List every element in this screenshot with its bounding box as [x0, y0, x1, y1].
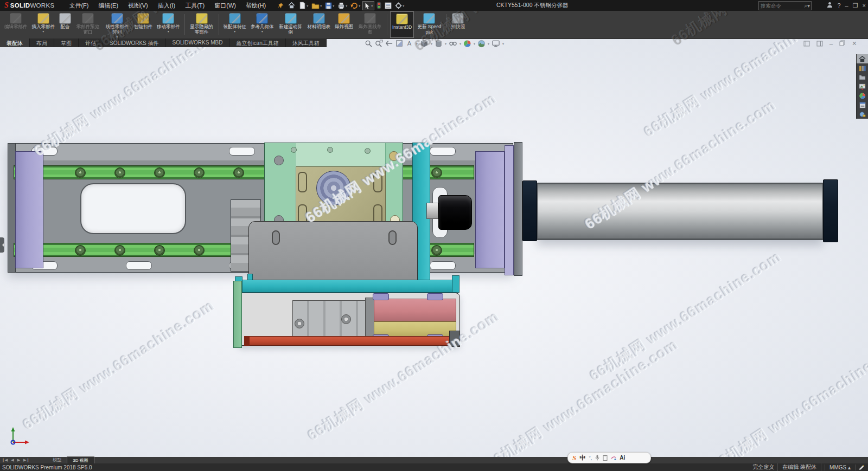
ribbon-button[interactable]: 线性零部件阵列 ▾: [103, 11, 131, 38]
ime-clipboard-icon[interactable]: [603, 455, 608, 461]
solidworks-forum-icon[interactable]: [857, 109, 868, 119]
model-view-tab[interactable]: 3D 视图: [67, 456, 94, 464]
dropdown-arrow-icon[interactable]: ▾: [116, 36, 118, 38]
dropdown-arrow-icon[interactable]: ▾: [416, 42, 418, 46]
solidworks-resources-icon[interactable]: [857, 54, 868, 63]
help-icon[interactable]: ?: [837, 2, 840, 9]
dropdown-arrow-icon[interactable]: ▾: [431, 42, 432, 46]
feature-panel-collapse-tab[interactable]: [0, 237, 4, 253]
doc-restore-icon[interactable]: [839, 40, 845, 47]
cylinder-tube[interactable]: [537, 183, 823, 240]
zoom-to-fit-icon[interactable]: [365, 40, 373, 48]
dropdown-arrow-icon[interactable]: ▾: [474, 42, 475, 46]
zoom-to-area-icon[interactable]: [375, 40, 383, 48]
orientation-triad[interactable]: [9, 426, 30, 447]
green-side-plate[interactable]: [233, 281, 242, 348]
search-input[interactable]: [759, 3, 804, 9]
teal-base-plate[interactable]: [235, 280, 459, 293]
annotation-view-icon[interactable]: A: [406, 40, 414, 48]
bracket-gray-plate[interactable]: [514, 142, 522, 276]
apply-scene-icon[interactable]: [477, 40, 486, 48]
doc-close-icon[interactable]: ✕: [852, 40, 857, 47]
ribbon-button[interactable]: Instant3D: [390, 11, 414, 38]
ribbon-tab[interactable]: 布局: [30, 38, 54, 47]
ime-mic-icon[interactable]: [595, 455, 599, 461]
motor-shaft[interactable]: [426, 203, 438, 219]
input-method-bar[interactable]: S 中 °, Ai: [567, 452, 651, 463]
ime-mode-chinese[interactable]: 中: [579, 454, 585, 462]
ribbon-button[interactable]: 编辑零部件: [3, 11, 29, 38]
custom-properties-icon[interactable]: [857, 100, 868, 109]
ribbon-tab[interactable]: 评估: [79, 38, 103, 47]
units-selector[interactable]: MMGS ▴: [825, 464, 856, 470]
dropdown-arrow-icon[interactable]: ▾: [168, 30, 169, 33]
dropdown-arrow-icon[interactable]: ▾: [488, 42, 489, 46]
ribbon-button[interactable]: 更新 Speedpak: [415, 11, 443, 38]
restore-icon[interactable]: ❐: [853, 2, 858, 9]
doc-minimize-icon[interactable]: –: [829, 41, 833, 47]
ribbon-tab[interactable]: 草图: [54, 38, 79, 47]
select-cursor-icon[interactable]: ▾: [362, 1, 374, 10]
menu-item[interactable]: 插入(I): [153, 1, 180, 11]
search-icon[interactable]: ⌕▾: [804, 3, 810, 9]
roller-pink[interactable]: [374, 299, 456, 321]
home-icon[interactable]: [286, 1, 297, 10]
ribbon-button[interactable]: 智能扣件: [132, 11, 154, 38]
edit-appearance-icon[interactable]: [463, 40, 471, 48]
ribbon-button[interactable]: 拍快照: [449, 11, 467, 38]
performance-light-icon[interactable]: [375, 1, 382, 10]
view-palette-icon[interactable]: [857, 82, 868, 91]
dropdown-arrow-icon[interactable]: ▾: [459, 42, 461, 46]
menu-item[interactable]: 帮助(H): [241, 1, 271, 11]
menu-item[interactable]: 工具(T): [180, 1, 209, 11]
view-settings-icon[interactable]: [492, 40, 500, 48]
dropdown-arrow-icon[interactable]: ▾: [234, 30, 235, 33]
file-explorer-icon[interactable]: [857, 73, 868, 82]
ribbon-tab[interactable]: SOLIDWORKS 插件: [103, 38, 166, 47]
open-icon[interactable]: ▾: [310, 2, 323, 10]
dropdown-arrow-icon[interactable]: ▾: [261, 30, 263, 33]
stepper-motor[interactable]: [292, 300, 374, 341]
new-document-icon[interactable]: ▾: [298, 1, 309, 10]
previous-view-icon[interactable]: [385, 40, 393, 48]
end-block-left[interactable]: [15, 151, 43, 268]
ribbon-button[interactable]: 显示隐藏的零部件: [188, 11, 216, 38]
ime-skin-icon[interactable]: [611, 455, 616, 461]
graphics-area[interactable]: A ▾ ▾ ▾ ▾ ▾ ▾ ▾ – ✕: [0, 38, 868, 457]
cylinder-cap-right[interactable]: [823, 179, 838, 242]
pane-right-icon[interactable]: [816, 41, 823, 47]
coupling-knob[interactable]: [438, 195, 472, 230]
options-gear-icon[interactable]: ▾: [394, 2, 405, 10]
ribbon-tab[interactable]: 装配体: [0, 38, 30, 47]
ribbon-button[interactable]: 配合: [58, 11, 73, 38]
hide-show-items-icon[interactable]: [449, 40, 457, 48]
ribbon-button[interactable]: 材料明细表: [306, 11, 333, 38]
cylinder-cap-left[interactable]: [522, 180, 537, 241]
dropdown-arrow-icon[interactable]: ▾: [502, 42, 504, 46]
ribbon-button[interactable]: 移动零部件 ▾: [155, 11, 182, 38]
tab-scroll-last-icon[interactable]: ▶❙: [22, 458, 31, 462]
appearances-scenes-icon[interactable]: [857, 91, 868, 100]
evaluate-list-icon[interactable]: [384, 2, 393, 10]
ribbon-button[interactable]: 零部件预览窗口: [74, 11, 102, 38]
menu-item[interactable]: 编辑(E): [93, 1, 123, 11]
dropdown-arrow-icon[interactable]: ▾: [42, 30, 44, 33]
menu-item[interactable]: 视图(V): [123, 1, 153, 11]
model-view-tab[interactable]: 模型: [47, 456, 67, 463]
ime-ai-icon[interactable]: Ai: [620, 455, 625, 461]
menu-item[interactable]: 文件(F): [64, 1, 93, 11]
section-view-icon[interactable]: [395, 40, 404, 48]
ime-punctuation-icon[interactable]: °,: [589, 455, 592, 461]
tab-scroll-first-icon[interactable]: ❙◀: [0, 458, 9, 462]
save-icon[interactable]: ▾: [324, 2, 335, 10]
dropdown-arrow-icon[interactable]: ▾: [445, 42, 446, 46]
print-icon[interactable]: ▾: [336, 2, 348, 10]
pane-left-icon[interactable]: [803, 41, 810, 47]
display-style-icon[interactable]: [435, 40, 443, 48]
bracket-lavender-plate[interactable]: [505, 145, 514, 275]
minimize-icon[interactable]: –: [845, 2, 848, 9]
ribbon-button[interactable]: 插入零部件 ▾: [30, 11, 57, 38]
tab-scroll-prev-icon[interactable]: ◀: [9, 458, 15, 462]
red-base-bar[interactable]: [244, 336, 459, 346]
menu-item[interactable]: 窗口(W): [209, 1, 241, 11]
